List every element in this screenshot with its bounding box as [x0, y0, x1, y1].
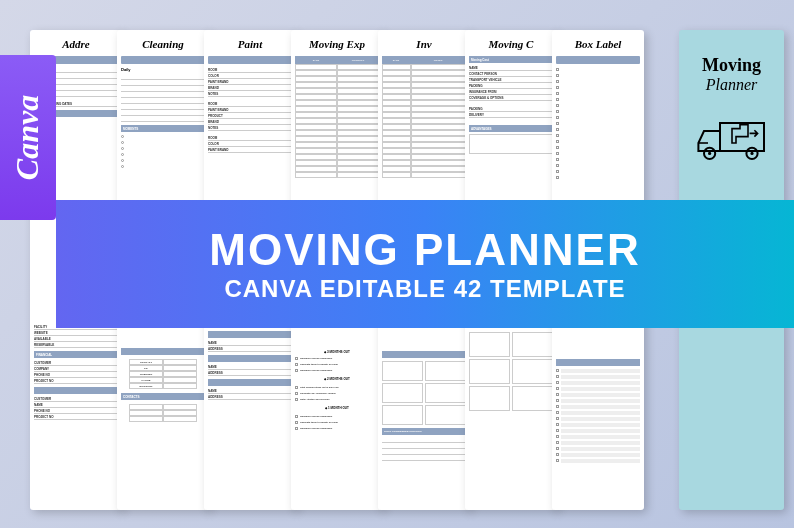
banner-subtitle: CANVA EDITABLE 42 TEMPLATE — [224, 275, 625, 303]
brand-title: Moving — [687, 55, 776, 76]
main-banner: MOVING PLANNER CANVA EDITABLE 42 TEMPLAT… — [56, 200, 794, 328]
banner-title: MOVING PLANNER — [209, 225, 640, 275]
svg-point-4 — [750, 152, 753, 155]
brand-subtitle: Planner — [687, 76, 776, 94]
svg-point-3 — [708, 152, 711, 155]
canva-logo-text: Canva — [10, 95, 47, 180]
canva-badge: Canva — [0, 55, 56, 220]
moving-truck-icon — [692, 109, 772, 169]
